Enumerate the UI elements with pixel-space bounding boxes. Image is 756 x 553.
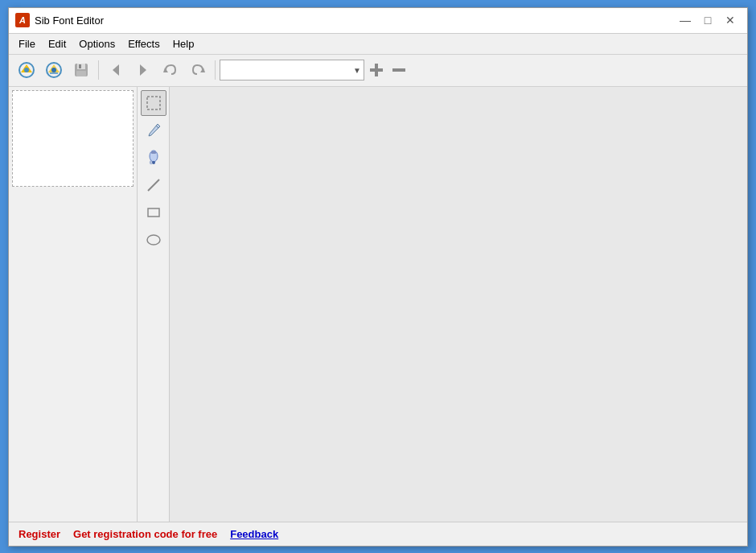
select-tool-icon — [146, 95, 162, 111]
glyph-list-panel — [9, 87, 138, 522]
ellipse-tool-button[interactable] — [141, 227, 166, 253]
undo-icon — [162, 61, 179, 79]
toolbar-remove-glyph-button[interactable] — [388, 60, 409, 80]
app-icon: A — [15, 13, 30, 27]
svg-marker-10 — [113, 64, 119, 76]
toolbar-add-glyph-button[interactable] — [366, 60, 387, 80]
svg-point-2 — [24, 68, 29, 72]
arrow-right-icon — [134, 61, 152, 79]
register-link[interactable]: Register — [18, 528, 60, 540]
line-tool-button[interactable] — [141, 172, 166, 198]
toolbar-redo-button[interactable] — [185, 58, 211, 82]
menu-effects[interactable]: Effects — [121, 36, 166, 52]
svg-rect-20 — [151, 151, 156, 154]
svg-point-5 — [51, 68, 56, 72]
svg-point-24 — [147, 235, 160, 245]
menu-options[interactable]: Options — [72, 36, 121, 52]
arrow-left-icon — [107, 61, 125, 79]
redo-icon — [189, 61, 207, 79]
menu-file[interactable]: File — [12, 36, 42, 52]
line-tool-icon — [146, 177, 162, 193]
main-area — [9, 87, 747, 522]
close-button[interactable]: ✕ — [720, 11, 741, 29]
window-title: Sib Font Editor — [35, 14, 675, 27]
fill-tool-icon — [146, 150, 162, 166]
getcode-link[interactable]: Get registration code for free — [73, 528, 217, 540]
minimize-button[interactable]: — — [675, 11, 696, 29]
svg-rect-17 — [147, 97, 160, 109]
pencil-tool-button[interactable] — [141, 118, 166, 143]
glyph-dropdown-wrapper: ▼ — [220, 60, 364, 80]
open-icon — [45, 61, 63, 79]
rect-tool-icon — [146, 204, 162, 221]
tools-panel — [138, 87, 170, 522]
maximize-button[interactable]: □ — [697, 11, 718, 29]
toolbar-arrow-right-button[interactable] — [130, 58, 156, 82]
rect-tool-button[interactable] — [141, 200, 166, 225]
plus-icon — [368, 61, 385, 79]
toolbar-save-button[interactable] — [68, 58, 94, 82]
status-bar: Register Get registration code for free … — [9, 522, 747, 546]
svg-line-22 — [148, 180, 159, 191]
fill-tool-button[interactable] — [141, 145, 166, 171]
glyph-dropdown[interactable] — [220, 60, 364, 80]
toolbar-new-button[interactable] — [14, 58, 39, 82]
main-window: A Sib Font Editor — □ ✕ File Edit Option… — [8, 7, 748, 547]
toolbar-open-button[interactable] — [41, 58, 67, 82]
toolbar-undo-button[interactable] — [158, 58, 183, 82]
select-tool-button[interactable] — [141, 90, 166, 116]
toolbar: ▼ — [9, 55, 747, 87]
feedback-link[interactable]: Feedback — [230, 528, 278, 540]
title-bar-buttons: — □ ✕ — [675, 11, 741, 29]
svg-rect-8 — [76, 71, 86, 76]
svg-rect-23 — [148, 208, 159, 217]
new-icon — [18, 61, 35, 79]
toolbar-arrow-left-button[interactable] — [103, 58, 129, 82]
svg-rect-16 — [392, 68, 405, 72]
title-bar: A Sib Font Editor — □ ✕ — [9, 8, 747, 34]
ellipse-tool-icon — [146, 232, 162, 248]
glyph-list[interactable] — [12, 90, 134, 187]
pencil-tool-icon — [146, 122, 162, 138]
svg-marker-11 — [140, 64, 146, 76]
canvas-area[interactable] — [170, 87, 747, 522]
toolbar-sep-2 — [215, 60, 216, 80]
menu-edit[interactable]: Edit — [42, 36, 72, 52]
svg-rect-9 — [79, 64, 81, 68]
menu-bar: File Edit Options Effects Help — [9, 34, 747, 55]
save-icon — [72, 61, 90, 79]
svg-rect-15 — [370, 68, 383, 72]
menu-help[interactable]: Help — [166, 36, 201, 52]
svg-point-21 — [152, 161, 155, 164]
minus-icon — [390, 61, 408, 79]
toolbar-sep-1 — [98, 60, 99, 80]
